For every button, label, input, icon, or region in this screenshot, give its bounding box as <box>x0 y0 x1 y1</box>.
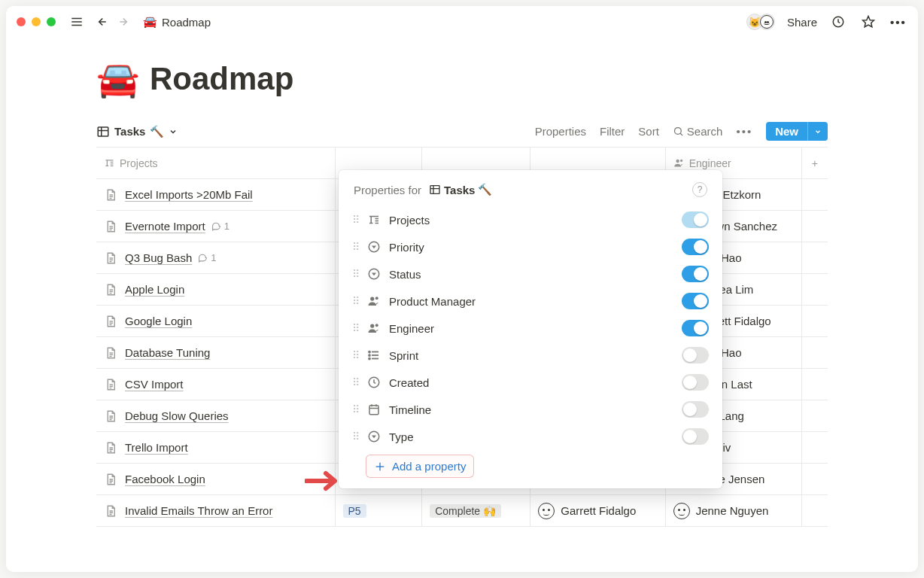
property-row[interactable]: ⠿ Projects <box>346 206 715 233</box>
table-row[interactable]: Invalid Emails Throw an ErrorP5Complete … <box>96 495 828 527</box>
cell-project[interactable]: Apple Login <box>96 274 336 305</box>
property-row[interactable]: ⠿ Engineer <box>346 315 715 342</box>
visibility-toggle[interactable] <box>682 401 709 418</box>
nav-forward-button[interactable] <box>116 13 134 31</box>
drag-handle-icon[interactable]: ⠿ <box>352 349 359 361</box>
page-icon[interactable]: 🚘 <box>96 59 139 99</box>
cell-project[interactable]: Debug Slow Queries <box>96 400 336 431</box>
cell-project[interactable]: Facebook Login <box>96 464 336 494</box>
sort-button[interactable]: Sort <box>638 125 659 138</box>
property-row[interactable]: ⠿ Status <box>346 260 715 287</box>
cell-empty <box>802 337 828 368</box>
cell-empty <box>802 179 828 210</box>
drag-handle-icon[interactable]: ⠿ <box>352 295 359 307</box>
visibility-toggle[interactable] <box>682 266 709 282</box>
property-label: Created <box>389 376 429 389</box>
view-suffix-icon: 🔨 <box>150 125 164 138</box>
property-row[interactable]: ⠿ Sprint <box>346 342 715 369</box>
svg-marker-53 <box>372 273 376 276</box>
drag-handle-icon[interactable]: ⠿ <box>352 430 359 443</box>
property-type-icon <box>366 403 381 416</box>
property-type-icon <box>366 430 381 443</box>
comment-badge[interactable]: 1 <box>211 221 229 232</box>
close-window-button[interactable] <box>17 17 26 26</box>
visibility-toggle[interactable] <box>682 320 709 336</box>
page-title-text[interactable]: Roadmap <box>150 61 293 97</box>
svg-point-57 <box>375 324 378 327</box>
new-button-label: New <box>766 122 807 141</box>
visibility-toggle[interactable] <box>682 428 709 445</box>
add-property-button[interactable]: Add a property <box>366 455 474 478</box>
property-label: Timeline <box>389 403 431 416</box>
priority-chip: P5 <box>343 504 366 518</box>
property-label: Engineer <box>389 322 434 335</box>
help-icon[interactable]: ? <box>692 182 707 197</box>
new-button[interactable]: New <box>766 122 828 141</box>
filter-button[interactable]: Filter <box>600 125 625 138</box>
visibility-toggle[interactable] <box>682 293 709 309</box>
updates-icon[interactable] <box>829 13 847 31</box>
view-switcher[interactable]: Tasks 🔨 <box>96 125 178 138</box>
visibility-toggle[interactable] <box>682 239 709 255</box>
cell-empty <box>802 211 828 242</box>
cell-project[interactable]: Database Tuning <box>96 337 336 368</box>
property-row[interactable]: ⠿ Created <box>346 369 715 396</box>
property-label: Sprint <box>389 349 418 362</box>
cell-project[interactable]: Excel Imports >20Mb Fail <box>96 179 336 210</box>
property-label: Status <box>389 268 421 281</box>
view-bar: Tasks 🔨 Properties Filter Sort Search ••… <box>96 122 828 141</box>
drag-handle-icon[interactable]: ⠿ <box>352 403 359 415</box>
cell-project[interactable]: Trello Import <box>96 432 336 463</box>
maximize-window-button[interactable] <box>47 17 56 26</box>
breadcrumb[interactable]: 🚘 Roadmap <box>143 15 211 29</box>
cell-pm[interactable]: Garrett Fidalgo <box>530 495 665 526</box>
svg-point-55 <box>375 297 378 300</box>
cell-project[interactable]: Evernote Import1 <box>96 211 336 242</box>
more-menu-icon[interactable]: ••• <box>889 13 907 31</box>
avatar-icon <box>673 503 690 519</box>
visibility-toggle[interactable] <box>682 374 709 391</box>
cell-project[interactable]: CSV Import <box>96 369 336 400</box>
breadcrumb-title: Roadmap <box>162 16 211 29</box>
cell-project[interactable]: Invalid Emails Throw an Error <box>96 495 336 526</box>
view-more-icon[interactable]: ••• <box>736 125 752 138</box>
comment-badge[interactable]: 1 <box>198 252 216 263</box>
cell-priority[interactable]: P5 <box>336 495 423 526</box>
property-label: Priority <box>389 241 424 254</box>
new-button-caret[interactable] <box>807 122 828 141</box>
drag-handle-icon[interactable]: ⠿ <box>352 376 359 388</box>
visibility-toggle[interactable] <box>682 211 709 228</box>
annotation-arrow-icon <box>305 467 341 497</box>
svg-point-56 <box>370 324 374 327</box>
svg-line-11 <box>680 133 682 135</box>
nav-back-button[interactable] <box>92 13 110 31</box>
property-row[interactable]: ⠿ Product Manager <box>346 287 715 315</box>
cell-engineer[interactable]: Jenne Nguyen <box>666 495 802 526</box>
visibility-toggle[interactable] <box>682 347 709 364</box>
cell-project[interactable]: Q3 Bug Bash1 <box>96 242 336 273</box>
drag-handle-icon[interactable]: ⠿ <box>352 214 359 226</box>
svg-point-12 <box>676 160 679 163</box>
share-button[interactable]: Share <box>787 16 817 29</box>
search-button[interactable]: Search <box>673 125 723 138</box>
minimize-window-button[interactable] <box>32 17 41 26</box>
add-column-button[interactable]: + <box>802 148 828 178</box>
properties-button[interactable]: Properties <box>535 125 586 138</box>
drag-handle-icon[interactable]: ⠿ <box>352 322 359 334</box>
titlebar: 🚘 Roadmap 😺 Share ••• <box>6 6 918 38</box>
app-window: 🚘 Roadmap 😺 Share ••• 🚘 Roadmap <box>6 6 918 572</box>
cell-status[interactable]: Complete 🙌 <box>422 495 530 526</box>
property-row[interactable]: ⠿ Priority <box>346 233 715 260</box>
presence-avatars[interactable]: 😺 <box>751 14 775 30</box>
drag-handle-icon[interactable]: ⠿ <box>352 268 359 280</box>
cell-project[interactable]: Google Login <box>96 306 336 336</box>
favorite-icon[interactable] <box>859 13 877 31</box>
sidebar-toggle-icon[interactable] <box>68 13 86 31</box>
property-row[interactable]: ⠿ Timeline <box>346 396 715 423</box>
property-type-icon <box>366 267 381 281</box>
drag-handle-icon[interactable]: ⠿ <box>352 241 359 253</box>
property-row[interactable]: ⠿ Type <box>346 423 715 450</box>
svg-marker-51 <box>372 246 376 249</box>
cell-empty <box>802 274 828 305</box>
column-header-projects[interactable]: Projects <box>96 148 336 178</box>
